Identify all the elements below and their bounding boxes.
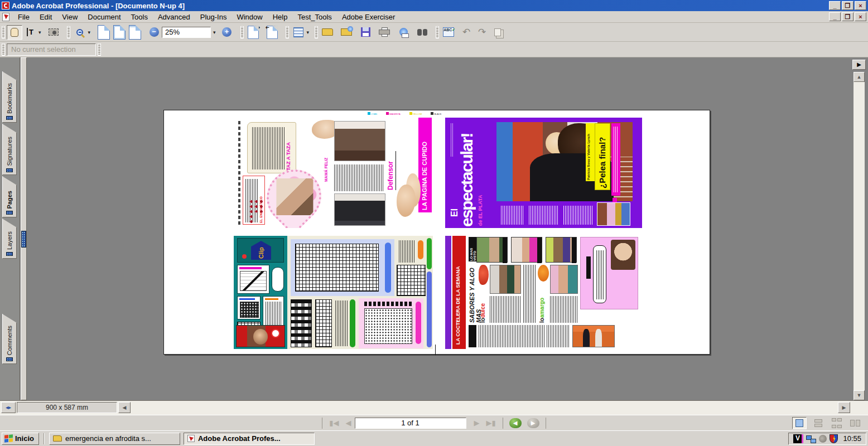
open-button[interactable] (320, 25, 335, 40)
network-tray-icon[interactable] (806, 434, 816, 443)
toolbar-grip[interactable] (286, 26, 289, 38)
hscroll-right-button[interactable]: ▶ (838, 402, 850, 413)
menu-test-tools[interactable]: Test_Tools (292, 11, 336, 23)
selection-bar-grip[interactable] (98, 43, 101, 56)
text-select-tool-button[interactable]: T (22, 25, 38, 40)
zoom-out-button[interactable]: − (146, 25, 162, 40)
menu-file[interactable]: File (13, 11, 35, 23)
restore-button[interactable]: ❒ (842, 1, 853, 10)
actual-size-button[interactable] (96, 25, 112, 40)
scroll-up-button[interactable]: ▲ (853, 72, 865, 82)
single-page-layout-button[interactable] (792, 417, 807, 429)
close-button[interactable]: × (855, 1, 866, 10)
portrait-photo-man (334, 193, 385, 226)
tab-grip[interactable] (6, 252, 13, 256)
tab-grip[interactable] (6, 168, 13, 172)
doc-restore-button[interactable]: ❒ (842, 12, 853, 21)
zoom-level-input[interactable] (162, 27, 211, 38)
task-button-afrodita[interactable]: emergencia en afrodita s... (49, 433, 180, 445)
crossword-panel (291, 239, 394, 296)
continuous-layout-button[interactable] (811, 417, 826, 429)
v-app-tray-icon[interactable]: V (793, 434, 803, 443)
toolbar-grip[interactable] (67, 26, 70, 38)
spell-check-button[interactable]: ABC✓ (441, 25, 456, 40)
hscroll-left-button[interactable]: ◀ (118, 402, 131, 413)
volume-tray-icon[interactable] (819, 435, 827, 443)
scroll-down-button[interactable]: ▼ (853, 390, 865, 400)
shield-tray-icon[interactable] (830, 434, 838, 443)
task-button-acrobat[interactable]: Adobe Acrobat Profes... (184, 433, 315, 445)
zoom-tool-dropdown[interactable]: ▾ (88, 30, 91, 35)
print-button[interactable] (377, 25, 392, 40)
next-page-button[interactable]: ▶ (474, 419, 480, 427)
open-web-page-button[interactable] (339, 25, 354, 40)
toolbar-grip[interactable] (315, 26, 318, 38)
zoom-level-dropdown[interactable]: ▾ (213, 30, 216, 35)
menu-adobe-exerciser[interactable]: Adobe Exerciser (337, 11, 400, 23)
fit-page-button[interactable] (112, 25, 127, 40)
next-view-button[interactable]: ▶ (527, 418, 539, 428)
toolbar-grip[interactable] (2, 26, 5, 38)
task-list-button[interactable] (291, 25, 306, 40)
menu-view[interactable]: View (57, 11, 83, 23)
fit-width-button[interactable] (127, 25, 143, 40)
page-number-input[interactable] (355, 418, 466, 429)
task-list-dropdown[interactable]: ▾ (307, 30, 310, 35)
vertical-scrollbar[interactable]: ▲ ▼ (853, 72, 865, 400)
save-button[interactable] (358, 25, 373, 40)
next-page-view-button[interactable]: ➜ (245, 25, 261, 40)
tab-grip[interactable] (6, 357, 13, 361)
redo-button[interactable]: ↷ (474, 25, 490, 40)
tab-signatures[interactable]: Signatures (2, 124, 17, 175)
last-page-button[interactable]: ▶▮ (486, 419, 496, 427)
teaser-headlines (501, 206, 523, 225)
toolbar-grip[interactable] (436, 26, 439, 38)
tab-bookmarks[interactable]: Bookmarks (2, 71, 17, 123)
previous-page-button[interactable]: ◀ (346, 419, 351, 427)
search-button[interactable] (414, 25, 430, 40)
snapshot-tool-button[interactable] (46, 25, 61, 40)
navigation-bar: ▮◀ ◀ ▶ ▶▮ ◀ ▶ (0, 415, 868, 430)
start-button[interactable]: Inicio (2, 433, 39, 445)
copy-button[interactable] (490, 25, 505, 40)
tab-grip[interactable] (6, 211, 13, 215)
text-block (252, 127, 284, 169)
rank-tab (503, 237, 507, 263)
pdf-document-icon[interactable] (2, 13, 9, 21)
hand-tool-button[interactable] (7, 25, 22, 40)
menu-document[interactable]: Document (83, 11, 126, 23)
menu-tools[interactable]: Tools (126, 11, 153, 23)
toolbar: T ▾ ▾ − ▾ + ➜ ➜ ▾ ABC✓ ↶ ↷ (0, 23, 868, 42)
cupido-banner: LA PAGINA DE CUPIDO (418, 118, 432, 212)
email-button[interactable] (396, 25, 411, 40)
pane-splitter-button[interactable]: ◂▸ (1, 402, 16, 413)
doc-close-button[interactable]: × (855, 12, 866, 21)
zoom-tool-button[interactable] (72, 25, 88, 40)
text-select-dropdown[interactable]: ▾ (38, 30, 41, 35)
menu-plugins[interactable]: Plug-Ins (195, 11, 232, 23)
menu-help[interactable]: Help (268, 11, 293, 23)
selection-bar-grip[interactable] (2, 43, 5, 56)
zoom-in-button[interactable]: + (219, 25, 235, 40)
crossword-label-bar (385, 243, 391, 293)
undo-button[interactable]: ↶ (459, 25, 474, 40)
menu-window[interactable]: Window (232, 11, 267, 23)
continuous-facing-layout-button[interactable] (830, 417, 843, 429)
splitter-grip[interactable] (21, 231, 26, 248)
pane-splitter[interactable] (21, 57, 27, 400)
cover-face (253, 329, 268, 345)
clues-text (335, 300, 348, 346)
title-bar[interactable]: Adobe Acrobat Professional - [Documento … (0, 0, 868, 11)
menu-advanced[interactable]: Advanced (153, 11, 195, 23)
menu-edit[interactable]: Edit (35, 11, 57, 23)
tab-grip[interactable] (6, 116, 13, 120)
previous-page-view-button[interactable]: ➜ (264, 25, 280, 40)
first-page-button[interactable]: ▮◀ (329, 419, 339, 427)
minimize-button[interactable]: _ (829, 1, 841, 10)
facing-layout-button[interactable] (848, 417, 862, 429)
previous-view-button[interactable]: ◀ (509, 418, 522, 428)
doc-minimize-button[interactable]: _ (829, 12, 841, 21)
hide-toolbars-button[interactable]: ▶ (852, 60, 866, 70)
document-page[interactable]: CYAN MAGENTA YELLOW BLACK LA PAGINA DE C… (163, 110, 710, 355)
toolbar-grip[interactable] (240, 26, 244, 38)
